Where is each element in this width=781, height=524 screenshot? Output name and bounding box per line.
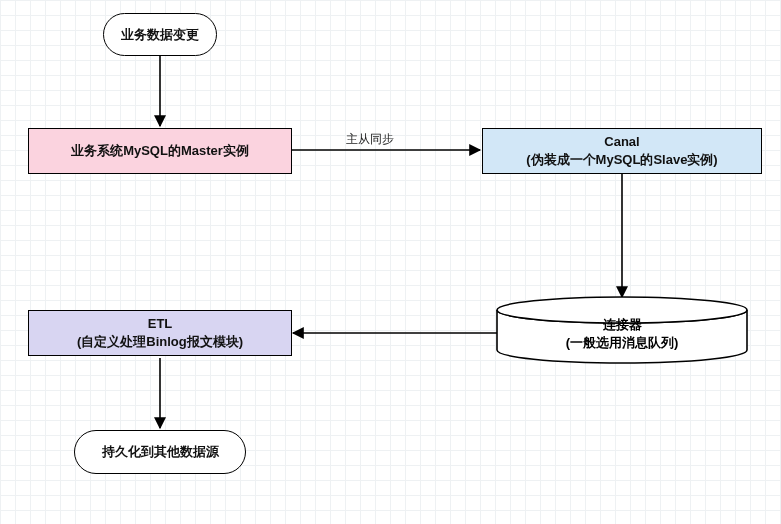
end-label: 持久化到其他数据源	[102, 443, 219, 461]
edge-sync-label: 主从同步	[346, 131, 394, 148]
master-label: 业务系统MySQL的Master实例	[71, 142, 249, 160]
etl-node: ETL (自定义处理Binlog报文模块)	[28, 310, 292, 356]
start-label: 业务数据变更	[121, 26, 199, 44]
end-node: 持久化到其他数据源	[74, 430, 246, 474]
connector-subtitle: (一般选用消息队列)	[566, 335, 679, 350]
etl-subtitle: (自定义处理Binlog报文模块)	[77, 333, 243, 351]
master-node: 业务系统MySQL的Master实例	[28, 128, 292, 174]
connector-title: 连接器	[602, 317, 642, 332]
start-node: 业务数据变更	[103, 13, 217, 56]
svg-point-0	[497, 297, 747, 323]
canal-title: Canal	[604, 133, 639, 151]
etl-title: ETL	[148, 315, 173, 333]
canal-subtitle: (伪装成一个MySQL的Slave实例)	[526, 151, 717, 169]
connector-node: 连接器 (一般选用消息队列)	[497, 297, 747, 363]
canal-node: Canal (伪装成一个MySQL的Slave实例)	[482, 128, 762, 174]
